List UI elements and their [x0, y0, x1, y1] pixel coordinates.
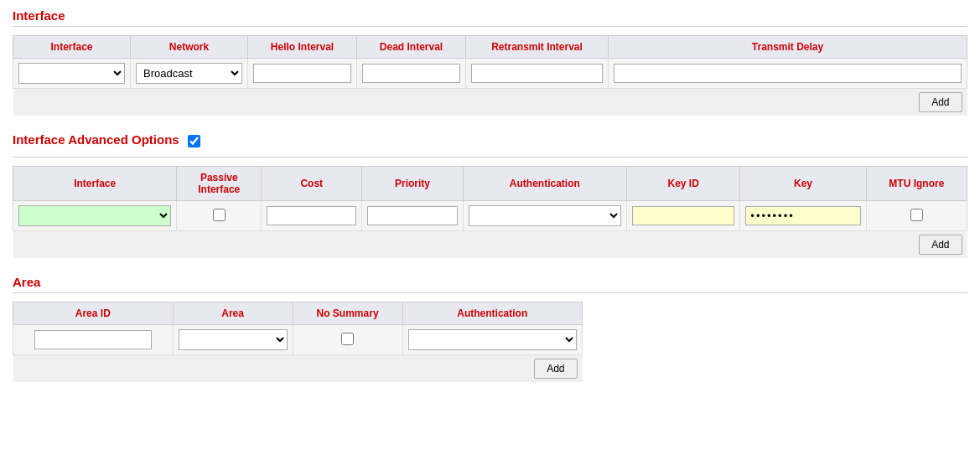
area-data-row: Simple MD5	[13, 325, 583, 355]
priority-input[interactable]: 10	[367, 206, 457, 225]
advanced-divider	[13, 157, 967, 158]
area-id-cell	[13, 325, 174, 355]
interface-header-row: Interface Network Hello Interval Dead In…	[13, 36, 967, 59]
col-retransmit-interval: Retransmit Interval	[466, 36, 609, 59]
advanced-section-title: Interface Advanced Options	[13, 132, 179, 147]
adv-col-key: Key	[740, 167, 866, 201]
area-add-row: Add	[13, 355, 583, 383]
interface-add-cell: Add	[13, 89, 967, 116]
area-col-area: Area	[173, 302, 293, 325]
interface-table-container: Interface Network Hello Interval Dead In…	[13, 35, 967, 116]
advanced-options-checkbox[interactable]	[188, 135, 200, 147]
area-add-cell: Add	[13, 355, 583, 383]
interface-data-row: Broadcast Point-to-Point NBMA Point-to-M…	[13, 59, 967, 89]
advanced-add-button[interactable]: Add	[919, 235, 962, 255]
adv-interface-select[interactable]	[18, 205, 171, 226]
col-transmit-delay: Transmit Delay	[609, 36, 967, 59]
area-id-input[interactable]	[34, 330, 152, 349]
area-header-row: Area ID Area No Summary Authentication	[13, 302, 583, 325]
interface-divider	[13, 26, 967, 27]
advanced-table-container: Interface PassiveInterface Cost Priority…	[13, 166, 967, 258]
adv-mtu-cell	[866, 201, 967, 231]
passive-interface-checkbox[interactable]	[213, 209, 226, 221]
advanced-header: Interface Advanced Options	[13, 132, 967, 150]
adv-interface-cell	[13, 201, 177, 231]
col-hello-interval: Hello Interval	[248, 36, 357, 59]
dead-interval-input[interactable]: 40	[362, 64, 460, 83]
cost-input[interactable]: 10	[267, 206, 356, 225]
interface-add-button[interactable]: Add	[919, 92, 962, 112]
adv-keyid-cell: adm	[627, 201, 740, 231]
area-select[interactable]	[179, 329, 288, 350]
adv-col-mtu: MTU Ignore	[866, 167, 967, 201]
mtu-ignore-checkbox[interactable]	[910, 209, 923, 221]
advanced-data-row: 10 10 Simple MD5 adm	[13, 201, 967, 231]
hello-interval-cell: 10	[248, 59, 357, 89]
transmit-delay-input[interactable]: 1	[614, 64, 962, 83]
interface-add-row: Add	[13, 89, 967, 116]
interface-table: Interface Network Hello Interval Dead In…	[13, 35, 967, 116]
area-section-title: Area	[13, 275, 967, 289]
adv-priority-cell: 10	[362, 201, 463, 231]
area-table-container: Area ID Area No Summary Authentication	[13, 302, 967, 382]
advanced-header-row: Interface PassiveInterface Cost Priority…	[13, 167, 967, 201]
area-select-cell	[173, 325, 293, 355]
no-summary-checkbox[interactable]	[341, 333, 354, 345]
col-interface: Interface	[13, 36, 131, 59]
key-id-input[interactable]: adm	[632, 206, 734, 225]
adv-col-authentication: Authentication	[463, 167, 626, 201]
key-input[interactable]	[745, 206, 860, 225]
adv-authentication-select[interactable]: Simple MD5	[469, 205, 621, 226]
adv-col-keyid: Key ID	[627, 167, 740, 201]
area-table: Area ID Area No Summary Authentication	[13, 302, 583, 382]
adv-col-cost: Cost	[262, 167, 362, 201]
interface-section: Interface Interface Network Hello Interv…	[13, 8, 967, 116]
retransmit-interval-cell: 5	[466, 59, 609, 89]
area-section: Area Area ID Area No Summary Authenticat…	[13, 275, 967, 382]
area-no-summary-cell	[293, 325, 402, 355]
col-dead-interval: Dead Interval	[357, 36, 466, 59]
network-select-cell: Broadcast Point-to-Point NBMA Point-to-M…	[131, 59, 248, 89]
interface-section-title: Interface	[13, 8, 967, 23]
area-add-button[interactable]: Add	[534, 359, 577, 379]
hello-interval-input[interactable]: 10	[253, 64, 351, 83]
dead-interval-cell: 40	[357, 59, 466, 89]
area-col-no-summary: No Summary	[293, 302, 402, 325]
adv-key-cell	[740, 201, 866, 231]
advanced-section: Interface Advanced Options Interface Pas…	[13, 132, 967, 258]
retransmit-interval-input[interactable]: 5	[471, 64, 603, 83]
interface-select-cell	[13, 59, 131, 89]
advanced-table: Interface PassiveInterface Cost Priority…	[13, 166, 967, 258]
advanced-add-cell: Add	[13, 231, 967, 259]
adv-cost-cell: 10	[262, 201, 362, 231]
col-network: Network	[131, 36, 248, 59]
area-col-authentication: Authentication	[402, 302, 582, 325]
adv-passive-cell	[177, 201, 262, 231]
adv-col-interface: Interface	[13, 167, 177, 201]
area-authentication-cell: Simple MD5	[402, 325, 582, 355]
transmit-delay-cell: 1	[609, 59, 967, 89]
adv-authentication-cell: Simple MD5	[463, 201, 626, 231]
adv-col-passive: PassiveInterface	[177, 167, 262, 201]
area-divider	[13, 292, 967, 293]
area-col-id: Area ID	[13, 302, 174, 325]
advanced-add-row: Add	[13, 231, 967, 259]
adv-col-priority: Priority	[362, 167, 463, 201]
network-select[interactable]: Broadcast Point-to-Point NBMA Point-to-M…	[136, 63, 242, 84]
interface-select[interactable]	[18, 63, 125, 84]
area-authentication-select[interactable]: Simple MD5	[408, 329, 577, 350]
